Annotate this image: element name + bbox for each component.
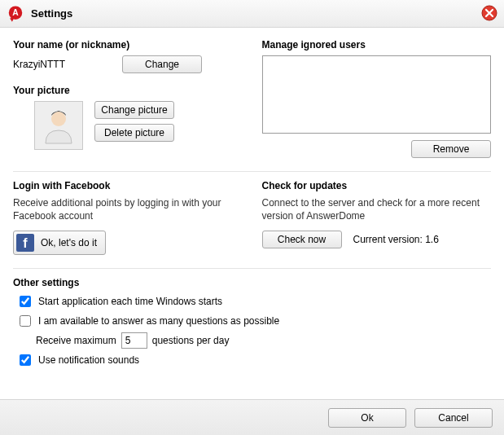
other-heading: Other settings (13, 277, 491, 288)
footer: Ok Cancel (0, 399, 504, 435)
opt-available-label: I am available to answer as many questio… (38, 315, 279, 327)
opt-available-checkbox[interactable] (20, 315, 31, 327)
opt-sounds-row[interactable]: Use notification sounds (16, 352, 491, 368)
updates-heading: Check for updates (262, 180, 492, 191)
close-icon[interactable] (481, 5, 497, 21)
facebook-subtext: Receive additional points by logging in … (13, 196, 243, 222)
change-picture-button[interactable]: Change picture (94, 101, 174, 119)
max-questions-row: Receive maximum questions per day (36, 332, 491, 349)
updates-subtext: Connect to the server and check for a mo… (262, 196, 492, 222)
svg-text:A: A (12, 8, 19, 17)
change-name-button[interactable]: Change (122, 55, 202, 73)
remove-ignored-button[interactable]: Remove (411, 140, 491, 158)
opt-start-checkbox[interactable] (20, 296, 31, 307)
ignored-heading: Manage ignored users (262, 39, 492, 51)
current-version-text: Current version: 1.6 (353, 234, 439, 245)
facebook-heading: Login with Facebook (13, 180, 243, 191)
app-icon: A (7, 5, 24, 23)
opt-sounds-checkbox[interactable] (20, 354, 31, 366)
name-value: KrazyiNTTT (13, 59, 111, 70)
window-title: Settings (31, 7, 72, 20)
divider (13, 268, 491, 269)
opt-available-row[interactable]: I am available to answer as many questio… (16, 313, 491, 329)
picture-heading: Your picture (13, 85, 243, 96)
facebook-icon: f (16, 234, 34, 252)
svg-point-3 (51, 112, 66, 126)
ignored-users-list[interactable] (262, 55, 492, 134)
maxq-suffix: questions per day (152, 335, 230, 346)
facebook-button-label: Ok, let's do it (41, 237, 97, 248)
ok-button[interactable]: Ok (328, 408, 406, 428)
titlebar: A Settings (0, 0, 504, 28)
opt-sounds-label: Use notification sounds (38, 354, 139, 366)
cancel-button[interactable]: Cancel (414, 408, 493, 428)
opt-start-label: Start application each time Windows star… (38, 296, 222, 307)
name-heading: Your name (or nickname) (13, 39, 243, 51)
other-settings-section: Other settings Start application each ti… (13, 277, 491, 368)
delete-picture-button[interactable]: Delete picture (94, 124, 174, 142)
facebook-login-button[interactable]: f Ok, let's do it (13, 231, 106, 255)
divider (13, 171, 491, 172)
maxq-prefix: Receive maximum (36, 335, 116, 346)
opt-start-row[interactable]: Start application each time Windows star… (16, 293, 491, 310)
avatar[interactable] (34, 101, 83, 150)
max-questions-input[interactable] (121, 332, 147, 349)
check-updates-button[interactable]: Check now (262, 231, 342, 248)
